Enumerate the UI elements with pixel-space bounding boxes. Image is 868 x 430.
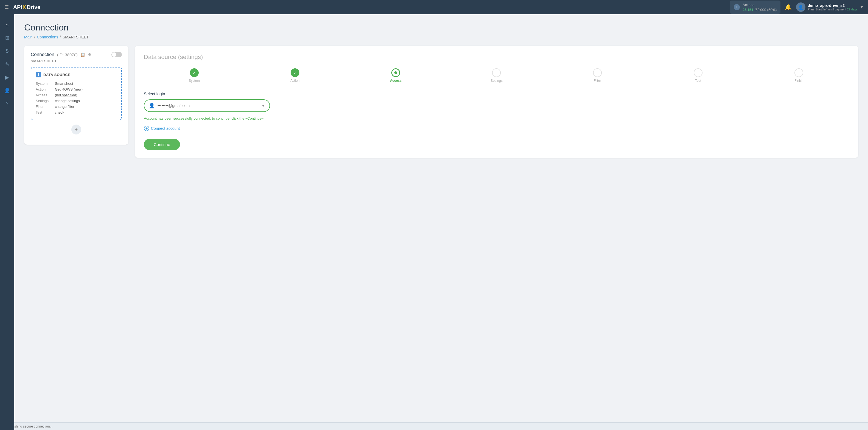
sidebar-item-dashboard[interactable]: ⊞ xyxy=(1,32,13,44)
step-label-filter: Filter xyxy=(594,79,601,83)
step-access[interactable]: Access xyxy=(345,68,446,83)
ds-key-system: System xyxy=(36,81,55,87)
step-circle-test xyxy=(694,68,703,77)
step-system[interactable]: ✓ System xyxy=(144,68,245,83)
ds-row-settings: Settings change settings xyxy=(36,98,117,104)
copy-icon[interactable]: 📋 xyxy=(81,53,85,57)
ds-val-action[interactable]: Get ROWS (new) xyxy=(55,87,117,92)
data-source-box: 1 DATA SOURCE System Smartsheet Action G… xyxy=(31,67,122,120)
step-label-settings: Settings xyxy=(491,79,502,83)
actions-count: 25'151 xyxy=(743,8,753,12)
ds-key-test: Test xyxy=(36,110,55,115)
card-title-text: Connection xyxy=(31,52,54,57)
sidebar-item-help[interactable]: ? xyxy=(1,98,13,110)
main-content: Connection Main / Connections / SMARTSHE… xyxy=(14,14,868,430)
menu-icon[interactable]: ☰ xyxy=(4,4,9,10)
step-filter[interactable]: Filter xyxy=(547,68,648,83)
add-block-button[interactable]: + xyxy=(71,125,81,134)
gear-icon[interactable]: ⚙ xyxy=(88,53,91,57)
logo-x: X xyxy=(23,4,26,10)
ds-row-system: System Smartsheet xyxy=(36,81,117,87)
connect-account-label: Connect account xyxy=(151,126,180,131)
actions-info-icon: i xyxy=(734,4,740,10)
data-source-header: 1 DATA SOURCE xyxy=(36,72,117,78)
ds-val-test: check xyxy=(55,110,117,115)
step-circle-filter xyxy=(593,68,602,77)
sidebar-item-billing[interactable]: $ xyxy=(1,45,13,57)
ds-val-access[interactable]: (not specified) xyxy=(55,92,117,98)
user-name: demo_apix-drive_s2 xyxy=(808,3,858,8)
card-subtitle: SMARTSHEET xyxy=(31,59,122,63)
actions-text-container: Actions: 25'151 /50'000 (50%) xyxy=(743,2,777,12)
ds-key-access: Access xyxy=(36,92,55,98)
ds-val-filter: change filter xyxy=(55,104,117,110)
cards-container: Connection (ID: 38970) 📋 ⚙ SMARTSHEET 1 … xyxy=(24,46,858,158)
breadcrumb-main[interactable]: Main xyxy=(24,35,32,39)
connect-account-link[interactable]: + Connect account xyxy=(144,126,849,131)
bell-icon[interactable]: 🔔 xyxy=(785,4,792,10)
plan-days: 27 days xyxy=(847,8,858,11)
login-email: ••••••••@gmail.com xyxy=(157,103,258,108)
user-chevron-icon: ▼ xyxy=(860,5,864,9)
logo-api: API xyxy=(13,4,22,10)
step-label-system: System xyxy=(189,79,200,83)
navbar: ☰ APIXDrive i Actions: 25'151 /50'000 (5… xyxy=(0,0,868,14)
ds-row-filter: Filter change filter xyxy=(36,104,117,110)
ds-key-filter: Filter xyxy=(36,104,55,110)
success-message: Account has been successfully connected,… xyxy=(144,116,270,121)
step-finish[interactable]: Finish xyxy=(749,68,849,83)
connection-toggle[interactable] xyxy=(112,52,122,57)
step-label-finish: Finish xyxy=(795,79,803,83)
logo: APIXDrive xyxy=(13,4,40,10)
step-label-action: Action xyxy=(290,79,300,83)
select-login-label: Select login xyxy=(144,91,849,96)
step-label-access: Access xyxy=(390,79,401,83)
ds-key-settings: Settings xyxy=(36,98,55,104)
continue-button[interactable]: Continue xyxy=(144,139,180,150)
page-title: Connection xyxy=(24,23,858,33)
sidebar-item-play[interactable]: ▶ xyxy=(1,71,13,84)
ds-val-system[interactable]: Smartsheet xyxy=(55,81,117,87)
card-id: (ID: 38970) xyxy=(57,53,78,57)
steps-container: ✓ System ✓ Action Access Settings F xyxy=(144,68,849,83)
ds-val-settings: change settings xyxy=(55,98,117,104)
status-bar: Establishing secure connection... xyxy=(0,422,868,430)
login-select[interactable]: 👤 ••••••••@gmail.com ▼ xyxy=(144,99,270,112)
step-test[interactable]: Test xyxy=(648,68,748,83)
login-user-icon: 👤 xyxy=(149,103,155,109)
ds-row-access: Access (not specified) xyxy=(36,92,117,98)
user-menu[interactable]: 👤 demo_apix-drive_s2 Plan |Start| left u… xyxy=(796,2,864,12)
step-circle-action: ✓ xyxy=(290,68,300,77)
ds-row-test: Test check xyxy=(36,110,117,115)
ds-key-action: Action xyxy=(36,87,55,92)
ds-table: System Smartsheet Action Get ROWS (new) … xyxy=(36,81,117,115)
breadcrumb-current: SMARTSHEET xyxy=(63,35,89,39)
breadcrumb-connections[interactable]: Connections xyxy=(37,35,58,39)
ds-label: DATA SOURCE xyxy=(43,73,70,77)
sidebar-item-connections[interactable]: ✎ xyxy=(1,58,13,70)
step-settings[interactable]: Settings xyxy=(446,68,547,83)
right-card-title-main: Data source xyxy=(144,54,177,60)
sidebar-item-home[interactable]: ⌂ xyxy=(1,19,13,31)
user-info: demo_apix-drive_s2 Plan |Start| left unt… xyxy=(808,3,858,11)
left-card: Connection (ID: 38970) 📋 ⚙ SMARTSHEET 1 … xyxy=(24,46,128,145)
step-circle-system: ✓ xyxy=(190,68,199,77)
step-action[interactable]: ✓ Action xyxy=(245,68,345,83)
card-title-row: Connection (ID: 38970) 📋 ⚙ xyxy=(31,52,122,57)
connect-plus-icon: + xyxy=(144,126,149,131)
actions-box[interactable]: i Actions: 25'151 /50'000 (50%) xyxy=(730,1,780,14)
actions-label: Actions: xyxy=(743,3,755,7)
step-circle-access xyxy=(391,68,400,77)
logo-drive: Drive xyxy=(27,4,40,10)
actions-limit: /50'000 (50%) xyxy=(755,8,777,12)
step-circle-finish xyxy=(795,68,803,77)
login-chevron-icon: ▼ xyxy=(261,103,265,108)
step-circle-settings xyxy=(492,68,501,77)
sidebar: ⌂ ⊞ $ ✎ ▶ 👤 ? xyxy=(0,14,14,430)
breadcrumb-sep2: / xyxy=(60,35,61,39)
ds-number: 1 xyxy=(36,72,41,78)
step-label-test: Test xyxy=(695,79,701,83)
right-card: Data source (settings) ✓ System ✓ Action… xyxy=(135,46,858,158)
sidebar-item-profile[interactable]: 👤 xyxy=(1,85,13,97)
breadcrumb-sep1: / xyxy=(34,35,35,39)
